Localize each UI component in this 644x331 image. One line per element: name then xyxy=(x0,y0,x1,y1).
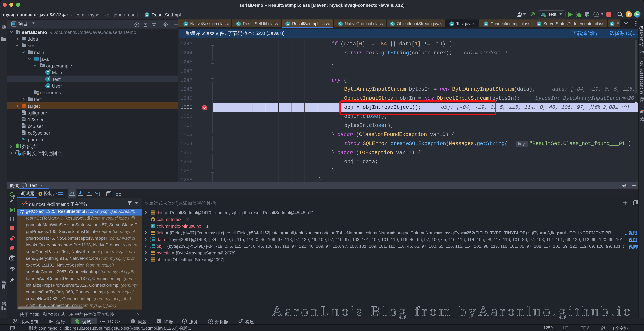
svg-text:01: 01 xyxy=(152,225,154,228)
svg-text:3: 3 xyxy=(150,240,151,242)
svg-text:3: 3 xyxy=(150,247,151,248)
svg-text:p: p xyxy=(152,218,154,221)
